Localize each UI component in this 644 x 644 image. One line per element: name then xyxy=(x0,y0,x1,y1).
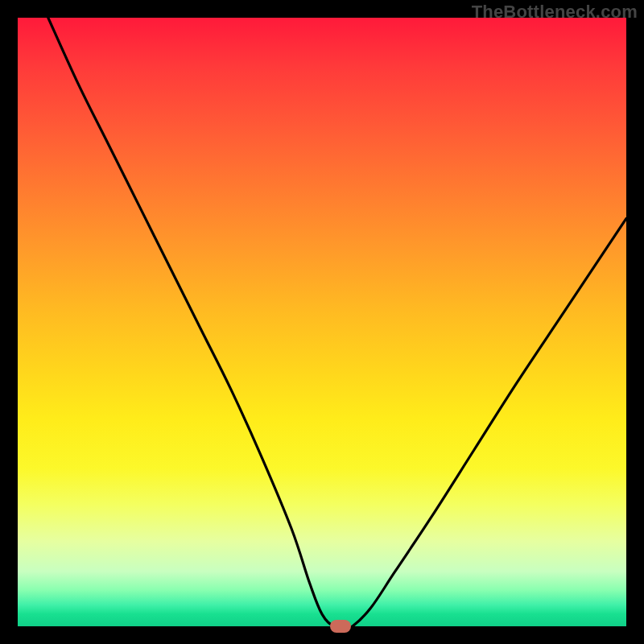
plot-area xyxy=(18,18,626,626)
bottleneck-curve xyxy=(48,18,626,626)
minimum-marker xyxy=(330,620,351,633)
curve-svg xyxy=(18,18,626,626)
chart-frame: TheBottleneck.com xyxy=(0,0,644,644)
watermark-text: TheBottleneck.com xyxy=(472,2,638,23)
